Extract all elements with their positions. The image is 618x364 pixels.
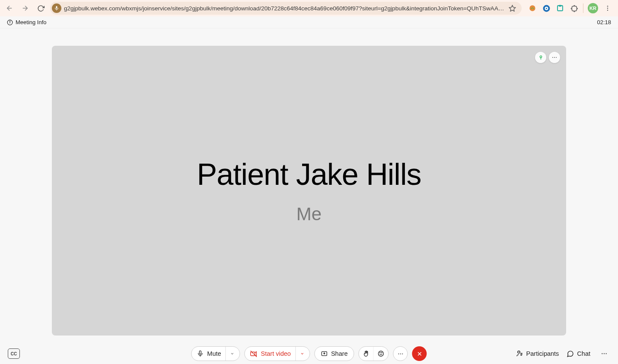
participants-icon [516,350,523,358]
bookmark-star-icon[interactable] [507,3,517,13]
profile-avatar[interactable]: KR [588,3,598,13]
panel-options-button[interactable] [598,348,610,360]
extension-icon-1[interactable] [528,3,537,13]
info-icon [7,19,13,25]
svg-point-30 [517,351,519,353]
tile-overlay-controls [535,52,560,63]
svg-point-35 [604,353,605,354]
svg-point-24 [382,352,382,353]
svg-point-5 [545,7,547,9]
address-bar[interactable]: g2gjpbulk.webex.com/wbxmjs/joinservice/s… [50,2,522,15]
svg-point-9 [607,8,608,9]
svg-point-13 [10,21,10,21]
closed-captions-button[interactable]: CC [8,348,20,359]
svg-point-22 [379,351,384,356]
chat-button[interactable]: Chat [567,350,590,358]
self-video-tile: Patient Jake Hills Me [52,46,566,336]
svg-point-14 [540,56,542,57]
chrome-menu-button[interactable] [602,3,613,13]
start-video-label: Start video [261,350,291,357]
mute-button[interactable]: Mute [191,346,240,361]
extension-icon-3[interactable] [555,3,565,13]
close-icon [416,351,423,357]
tile-more-button[interactable] [549,52,560,63]
chat-icon [567,350,574,358]
share-icon [321,350,328,357]
svg-marker-1 [509,5,515,11]
svg-point-16 [554,57,555,58]
leave-meeting-button[interactable] [412,346,427,361]
meeting-info-button[interactable]: Meeting Info [7,19,47,25]
participants-label: Participants [526,350,559,357]
self-indicator: Me [296,204,322,225]
extensions-area: KR [525,3,615,13]
microphone-icon [197,350,204,357]
site-permission-icon[interactable] [52,3,61,13]
extensions-puzzle-icon[interactable] [569,3,579,13]
extension-icon-2[interactable] [542,3,551,13]
browser-toolbar: g2gjpbulk.webex.com/wbxmjs/joinservice/s… [0,0,618,16]
smile-icon [378,350,385,357]
svg-point-34 [602,353,602,354]
forward-button[interactable] [19,2,31,14]
more-icon [397,351,404,357]
reactions-group [359,346,389,361]
svg-point-15 [552,57,553,58]
svg-point-17 [556,57,557,58]
reactions-button[interactable] [374,347,389,361]
tile-pin-button[interactable] [535,52,546,63]
svg-point-10 [607,9,608,10]
raise-hand-button[interactable] [359,347,374,361]
meeting-timer: 02:18 [597,19,611,25]
video-options-chevron[interactable] [295,347,304,361]
reload-button[interactable] [35,2,47,14]
chat-label: Chat [577,350,590,357]
svg-point-23 [380,352,380,353]
mute-options-chevron[interactable] [226,347,235,361]
participants-button[interactable]: Participants [516,350,559,358]
control-bar: CC Mute Start video Share [0,343,618,364]
mute-label: Mute [207,350,221,357]
main-area: Patient Jake Hills Me [0,28,618,343]
back-button[interactable] [3,2,16,14]
participant-name: Patient Jake Hills [197,157,421,192]
url-text: g2gjpbulk.webex.com/wbxmjs/joinservice/s… [64,5,504,12]
start-video-button[interactable]: Start video [245,346,310,361]
share-label: Share [331,350,348,357]
more-options-button[interactable] [393,346,408,361]
svg-point-8 [607,6,608,6]
share-button[interactable]: Share [314,346,354,361]
svg-point-36 [605,353,606,354]
camera-off-icon [250,350,258,358]
svg-point-26 [400,353,401,354]
svg-point-27 [402,353,403,354]
svg-point-25 [398,353,399,354]
meeting-header-bar: Meeting Info 02:18 [0,16,618,28]
hand-icon [363,350,370,357]
meeting-info-label: Meeting Info [16,19,47,25]
svg-rect-7 [559,5,561,7]
